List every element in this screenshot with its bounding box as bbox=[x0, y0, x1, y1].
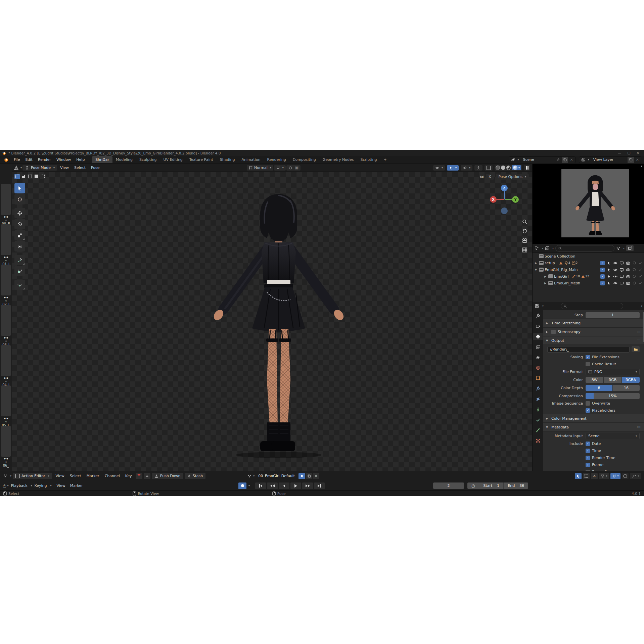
outliner-row-emogirl-mesh[interactable]: ▶ EmoGirl_Mesh bbox=[533, 280, 644, 286]
remove-view-layer-button[interactable]: × bbox=[634, 157, 641, 163]
shading-wireframe-button[interactable] bbox=[496, 166, 500, 170]
metadata-input-dropdown[interactable]: Scene▾ bbox=[586, 433, 640, 439]
visibility-dropdown[interactable]: ▾ bbox=[433, 165, 445, 171]
mirror-x-button[interactable]: X bbox=[486, 174, 494, 180]
file-extensions-checkbox[interactable] bbox=[586, 355, 590, 359]
play-button[interactable] bbox=[290, 482, 301, 489]
scene-selector[interactable]: ▾ Scene × bbox=[509, 156, 576, 163]
selectable-icon[interactable] bbox=[607, 261, 611, 265]
editor-type-icon[interactable] bbox=[14, 165, 19, 170]
gizmo-z-axis[interactable]: Z bbox=[501, 185, 508, 191]
hide-viewport-icon[interactable] bbox=[613, 274, 617, 279]
panel-output[interactable]: ▼Output∷∷ bbox=[543, 336, 644, 345]
selectable-icon[interactable] bbox=[607, 268, 611, 272]
tool-measure[interactable] bbox=[14, 266, 25, 276]
collapse-chevron-icon[interactable]: ▾ bbox=[641, 165, 642, 168]
menu-edit[interactable]: Edit bbox=[22, 156, 35, 163]
select-subtract-button[interactable] bbox=[27, 174, 33, 179]
holdout-icon[interactable] bbox=[632, 274, 636, 278]
workspace-tab-shading[interactable]: Shading bbox=[217, 156, 238, 163]
fake-user-button[interactable] bbox=[298, 473, 305, 479]
color-bw-button[interactable]: BW bbox=[586, 377, 603, 383]
output-path-field[interactable]: //Render\_ bbox=[547, 346, 630, 353]
stash-button[interactable]: Stash bbox=[185, 473, 206, 479]
workspace-tab-modeling[interactable]: Modeling bbox=[112, 156, 136, 163]
properties-editor-icon[interactable] bbox=[535, 304, 539, 308]
filter-dropdown[interactable]: ▾ bbox=[599, 473, 609, 479]
viewport-menu-view[interactable]: View bbox=[58, 165, 71, 171]
tab-modifiers[interactable] bbox=[533, 385, 543, 392]
render-preview-panel[interactable]: ▾ bbox=[533, 164, 644, 244]
tab-world[interactable] bbox=[533, 364, 543, 371]
overlays-toggle[interactable]: ▾ bbox=[461, 165, 472, 171]
panel-metadata[interactable]: ▼Metadata∷∷ bbox=[543, 423, 644, 431]
tab-physics[interactable] bbox=[533, 395, 543, 403]
tab-constraints[interactable] bbox=[533, 416, 543, 423]
pin-icon[interactable] bbox=[556, 158, 560, 162]
toggle-frame-icon[interactable] bbox=[485, 165, 493, 171]
collection-checkbox[interactable] bbox=[600, 274, 605, 279]
select-intersect-button[interactable] bbox=[40, 174, 46, 179]
tool-rotate[interactable] bbox=[14, 219, 25, 229]
compression-slider[interactable]: 15% bbox=[586, 393, 640, 399]
timeline-menu-view[interactable]: View bbox=[54, 483, 68, 489]
editor-mode-dropdown[interactable]: Action Editor▾ bbox=[13, 473, 52, 479]
grid-ortho-icon[interactable] bbox=[522, 247, 527, 253]
workspace-tab-uv-editing[interactable]: UV Editing bbox=[160, 156, 186, 163]
select-set-button[interactable] bbox=[14, 174, 20, 179]
minimize-button[interactable]: — bbox=[618, 151, 621, 155]
cache-result-checkbox[interactable] bbox=[586, 362, 590, 366]
filter-icon[interactable] bbox=[616, 246, 620, 250]
timeline-menu-keying[interactable]: Keying bbox=[32, 483, 49, 489]
indirect-only-icon[interactable] bbox=[638, 274, 642, 278]
outliner-row-scene-collection[interactable]: Scene Collection bbox=[533, 253, 644, 260]
strip-item[interactable]: ◆◇◆◇00_E bbox=[1, 184, 11, 226]
disable-render-icon[interactable] bbox=[626, 274, 630, 279]
gizmo-x-axis[interactable]: X bbox=[490, 196, 497, 203]
gizmo-y-axis[interactable]: Y bbox=[512, 196, 519, 203]
panel-time-stretching[interactable]: ▶Time Stretching bbox=[543, 319, 644, 327]
viewport-canvas[interactable]: ⋈ X Pose Options▾ Z X Y bbox=[12, 172, 532, 471]
character-3d-model[interactable] bbox=[210, 192, 348, 461]
keying-dropdown[interactable]: ▾ bbox=[248, 484, 250, 487]
disable-render-icon[interactable] bbox=[626, 261, 630, 265]
add-workspace-button[interactable]: + bbox=[380, 156, 390, 163]
metadata-date-checkbox[interactable] bbox=[586, 442, 590, 446]
menu-window[interactable]: Window bbox=[54, 156, 74, 163]
strip-item[interactable]: ◆◇◆◇02_I bbox=[1, 265, 11, 306]
tool-cursor[interactable] bbox=[14, 194, 25, 204]
menu-file[interactable]: File bbox=[11, 156, 22, 163]
maximize-button[interactable]: ▢ bbox=[627, 151, 630, 155]
workspace-tab-scripting[interactable]: Scripting bbox=[357, 156, 380, 163]
mode-selector[interactable]: Pose Mode▾ bbox=[22, 165, 57, 171]
stereoscopy-checkbox[interactable] bbox=[551, 330, 556, 334]
timeline-menu-playback[interactable]: Playback bbox=[9, 483, 30, 489]
snap-dropdown[interactable]: ▾ bbox=[610, 473, 620, 479]
properties-options-chevron[interactable]: ▾ bbox=[641, 305, 642, 308]
color-rgba-button[interactable]: RGBA bbox=[622, 377, 640, 383]
auto-keying-button[interactable] bbox=[238, 482, 246, 489]
tool-transform[interactable] bbox=[14, 241, 25, 251]
tab-texture[interactable] bbox=[533, 437, 543, 444]
transform-orientation[interactable]: Normal▾ bbox=[247, 165, 273, 171]
tab-scene[interactable] bbox=[533, 354, 543, 361]
play-reverse-button[interactable] bbox=[279, 482, 289, 489]
menu-render[interactable]: Render bbox=[35, 156, 54, 163]
next-keyframe-button[interactable] bbox=[302, 482, 313, 489]
mirror-butterfly-icon[interactable]: ⋈ bbox=[480, 175, 484, 179]
prev-keyframe-button[interactable] bbox=[267, 482, 278, 489]
new-action-button[interactable] bbox=[306, 473, 312, 479]
xray-toggle[interactable] bbox=[474, 165, 482, 171]
dope-menu-key[interactable]: Key bbox=[123, 473, 134, 479]
snap-toggle[interactable]: ▾ bbox=[274, 165, 286, 171]
panel-color-management[interactable]: ▶Color Management bbox=[543, 414, 644, 423]
pan-hand-icon[interactable] bbox=[522, 228, 527, 234]
only-errors-filter[interactable]: ⚠ bbox=[591, 473, 598, 479]
holdout-icon[interactable] bbox=[632, 268, 636, 272]
holdout-icon[interactable] bbox=[632, 261, 636, 265]
selectable-icon[interactable] bbox=[607, 274, 611, 279]
view-layer-selector[interactable]: ▾ View Layer × bbox=[579, 156, 641, 163]
dope-menu-channel[interactable]: Channel bbox=[102, 473, 122, 479]
action-name-field[interactable]: 00_EmoGirl_Default bbox=[255, 474, 298, 478]
depth-16-button[interactable]: 16 bbox=[613, 385, 640, 391]
